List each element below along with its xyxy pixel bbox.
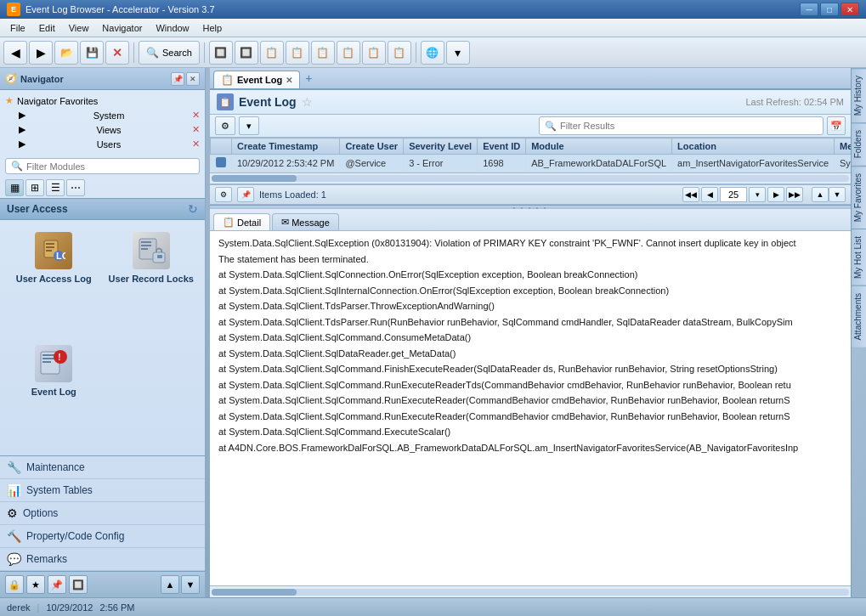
view-controls: ▦ ⊞ ☰ ⋯ [0, 178, 205, 198]
nav-system[interactable]: ▶ System ✕ [0, 108, 205, 122]
sidebar-icon-lock[interactable]: 🔒 [5, 575, 24, 594]
nav-views[interactable]: ▶ Views ✕ [0, 122, 205, 137]
minimize-button[interactable]: ─ [800, 3, 818, 16]
module-user-access-log[interactable]: LOG User Access Log [7, 227, 101, 336]
sidebar-icon-star[interactable]: ★ [26, 575, 45, 594]
tab-my-history[interactable]: My History [852, 68, 866, 122]
sidebar: 🧭 Navigator 📌 ✕ ★ Navigator Favorites ▶ … [0, 68, 206, 597]
tb-btn-5[interactable]: 📋 [311, 41, 335, 65]
tab-folders[interactable]: Folders [852, 122, 866, 165]
nav-prev-button[interactable]: ◀ [701, 187, 718, 202]
tb-btn-4[interactable]: 📋 [286, 41, 309, 65]
view-detail-button[interactable]: ⋯ [66, 179, 85, 196]
tsb-down-button[interactable]: ▼ [829, 187, 846, 202]
table-hscroll[interactable] [210, 172, 851, 184]
search-button[interactable]: 🔍 Search [139, 41, 200, 65]
nav-next-button[interactable]: ▶ [767, 187, 784, 202]
sidebar-scroll-up[interactable]: ▲ [161, 575, 179, 594]
menu-file[interactable]: File [3, 21, 32, 35]
nav-pin-button[interactable]: 📌 [171, 72, 184, 86]
col-module[interactable]: Module [526, 138, 672, 155]
tb-btn-10[interactable]: ▾ [446, 41, 470, 65]
detail-hscroll-thumb[interactable] [212, 589, 297, 596]
module-user-record-locks[interactable]: User Record Locks [105, 227, 199, 336]
col-severity[interactable]: Severity Level [404, 138, 478, 155]
col-timestamp[interactable]: Create Timestamp [232, 138, 340, 155]
calendar-button[interactable]: 📅 [827, 116, 846, 135]
menu-window[interactable]: Window [149, 21, 195, 35]
tsb-settings-button[interactable]: ⚙ [215, 187, 232, 202]
save-button[interactable]: 💾 [80, 41, 104, 65]
nav-users[interactable]: ▶ Users ✕ [0, 137, 205, 151]
tsb-up-button[interactable]: ▲ [812, 187, 829, 202]
filter-modules-input[interactable] [26, 161, 194, 172]
hscroll-thumb[interactable] [212, 175, 297, 182]
view-grid-button[interactable]: ▦ [5, 179, 24, 196]
delete-button[interactable]: ✕ [105, 41, 129, 65]
col-me[interactable]: Me [835, 138, 851, 155]
tab-event-log-close[interactable]: ✕ [286, 76, 292, 85]
view-smallgrid-button[interactable]: ⊞ [25, 179, 44, 196]
forward-button[interactable]: ▶ [29, 41, 53, 65]
filter-results-box: 🔍 [539, 116, 824, 135]
nav-system-close[interactable]: ✕ [192, 110, 200, 121]
sidebar-icon-app[interactable]: 🔲 [69, 575, 88, 594]
tab-my-hot-list[interactable]: My Hot List [852, 229, 866, 285]
tb-btn-3[interactable]: 📋 [260, 41, 284, 65]
event-log-icon: ! [35, 345, 72, 382]
tb-btn-1[interactable]: 🔲 [209, 41, 233, 65]
page-size-dropdown[interactable]: ▾ [749, 187, 766, 202]
menu-view[interactable]: View [62, 21, 96, 35]
nav-close-button[interactable]: ✕ [186, 72, 200, 86]
nav-system-icon: ▶ [19, 110, 25, 121]
tb-btn-9[interactable]: 🌐 [421, 41, 444, 65]
tb-btn-2[interactable]: 🔲 [235, 41, 258, 65]
tab-add-button[interactable]: + [302, 71, 315, 85]
menu-navigator[interactable]: Navigator [95, 21, 149, 35]
tb-btn-8[interactable]: 📋 [388, 41, 411, 65]
open-button[interactable]: 📂 [54, 41, 78, 65]
detail-hscroll[interactable] [210, 585, 851, 597]
app-icon: E [7, 3, 20, 16]
col-create-user[interactable]: Create User [340, 138, 404, 155]
el-settings-button[interactable]: ⚙ [215, 116, 235, 135]
view-list-button[interactable]: ☰ [46, 179, 65, 196]
nav-users-close[interactable]: ✕ [192, 138, 200, 150]
tsb-pin-button[interactable]: 📌 [237, 187, 254, 202]
tab-my-favorites[interactable]: My Favorites [852, 166, 866, 229]
sidebar-scroll-down[interactable]: ▼ [181, 575, 200, 594]
menu-edit[interactable]: Edit [32, 21, 62, 35]
tab-event-log[interactable]: 📋 Event Log ✕ [213, 71, 300, 88]
filter-results-input[interactable] [560, 121, 818, 131]
col-location[interactable]: Location [672, 138, 835, 155]
back-button[interactable]: ◀ [3, 41, 27, 65]
tb-btn-7[interactable]: 📋 [362, 41, 386, 65]
svg-rect-2 [46, 246, 54, 248]
tab-message[interactable]: ✉ Message [272, 213, 339, 230]
svg-rect-8 [141, 245, 151, 246]
close-button[interactable]: ✕ [841, 3, 859, 16]
user-access-refresh[interactable]: ↻ [188, 202, 198, 216]
table-row[interactable]: 10/29/2012 2:53:42 PM @Service 3 - Error… [211, 155, 852, 172]
sidebar-icon-pin[interactable]: 📌 [48, 575, 66, 594]
el-dropdown-button[interactable]: ▾ [239, 116, 259, 135]
nav-views-close[interactable]: ✕ [192, 124, 200, 135]
menu-help[interactable]: Help [196, 21, 229, 35]
property-code-label: Property/Code Config [26, 530, 124, 542]
nav-remarks[interactable]: 💬 Remarks [0, 548, 205, 571]
nav-first-button[interactable]: ◀◀ [682, 187, 699, 202]
page-size-input[interactable] [720, 187, 747, 202]
col-event-id[interactable]: Event ID [478, 138, 526, 155]
nav-favorites[interactable]: ★ Navigator Favorites [0, 93, 205, 108]
nav-options[interactable]: ⚙ Options [0, 502, 205, 525]
tab-detail[interactable]: 📋 Detail [213, 213, 270, 230]
tab-attachments[interactable]: Attachments [852, 285, 866, 348]
nav-maintenance[interactable]: 🔧 Maintenance [0, 456, 205, 479]
event-log-favorite-star[interactable]: ☆ [302, 95, 313, 109]
tb-btn-6[interactable]: 📋 [337, 41, 360, 65]
module-event-log[interactable]: ! Event Log [7, 340, 101, 449]
maximize-button[interactable]: □ [820, 3, 839, 16]
nav-property-code[interactable]: 🔨 Property/Code Config [0, 525, 205, 548]
nav-last-button[interactable]: ▶▶ [786, 187, 803, 202]
nav-system-tables[interactable]: 📊 System Tables [0, 479, 205, 502]
